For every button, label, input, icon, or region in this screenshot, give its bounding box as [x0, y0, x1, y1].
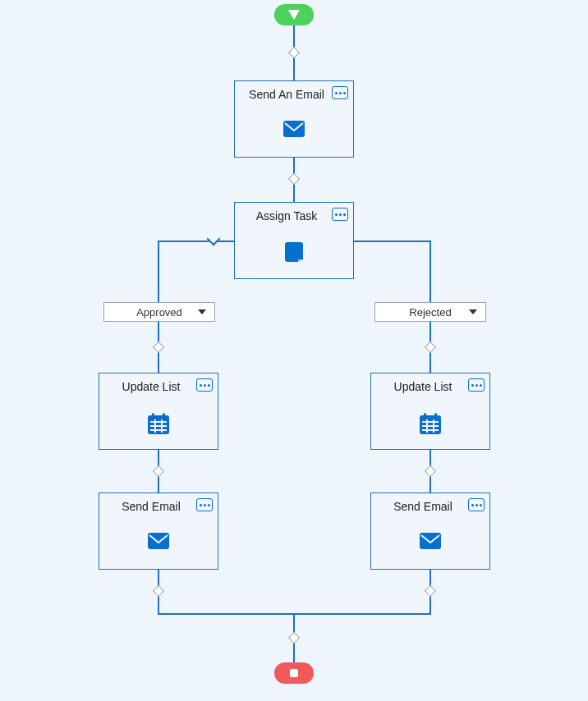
calendar-icon — [148, 413, 169, 434]
svg-rect-20 — [290, 669, 298, 677]
activity-send-email-left[interactable]: Send Email — [99, 493, 218, 570]
connector — [158, 241, 235, 242]
svg-rect-18 — [148, 533, 169, 549]
add-node-marker[interactable] — [425, 585, 436, 597]
svg-rect-12 — [434, 413, 437, 418]
add-node-marker[interactable] — [288, 173, 300, 185]
more-menu-button[interactable] — [196, 378, 213, 392]
caret-down-icon — [469, 309, 477, 314]
more-menu-button[interactable] — [468, 498, 485, 511]
branch-rejected[interactable]: Rejected — [374, 302, 486, 322]
more-menu-button[interactable] — [468, 378, 485, 392]
calendar-icon — [420, 413, 441, 434]
note-icon — [285, 242, 303, 262]
activity-assign-task[interactable]: Assign Task — [234, 202, 354, 279]
branch-approved[interactable]: Approved — [103, 302, 215, 322]
connector — [158, 241, 159, 302]
svg-rect-17 — [433, 419, 434, 433]
svg-rect-14 — [422, 425, 439, 427]
more-menu-button[interactable] — [332, 208, 348, 221]
svg-rect-3 — [152, 413, 154, 418]
envelope-icon — [420, 533, 441, 549]
branch-label: Rejected — [409, 306, 451, 318]
svg-rect-13 — [422, 421, 439, 423]
add-node-marker[interactable] — [153, 465, 164, 477]
svg-rect-8 — [154, 419, 156, 433]
svg-rect-9 — [161, 419, 163, 433]
caret-down-icon — [198, 309, 206, 314]
start-node[interactable] — [274, 4, 314, 25]
add-node-marker[interactable] — [288, 632, 300, 644]
svg-rect-19 — [420, 533, 441, 549]
activity-send-an-email[interactable]: Send An Email — [234, 80, 354, 158]
svg-rect-2 — [148, 415, 169, 434]
add-node-marker[interactable] — [288, 47, 300, 58]
svg-rect-10 — [420, 415, 441, 434]
activity-send-email-right[interactable]: Send Email — [370, 493, 490, 570]
svg-rect-6 — [150, 425, 167, 427]
connector — [354, 241, 431, 242]
connector — [430, 241, 431, 302]
svg-marker-0 — [288, 10, 300, 20]
envelope-icon — [283, 121, 305, 137]
svg-rect-5 — [150, 421, 167, 423]
activity-update-list-left[interactable]: Update List — [99, 373, 218, 450]
svg-rect-4 — [163, 413, 165, 418]
start-triangle-icon — [288, 10, 300, 20]
svg-rect-16 — [426, 419, 428, 433]
add-node-marker[interactable] — [425, 341, 436, 353]
svg-rect-7 — [150, 429, 167, 431]
end-node[interactable] — [274, 662, 314, 684]
add-node-marker[interactable] — [153, 341, 164, 353]
workflow-canvas[interactable]: Send An Email Assign Task Approved Rejec… — [0, 0, 588, 701]
add-node-marker[interactable] — [153, 585, 164, 597]
add-node-marker[interactable] — [425, 465, 436, 477]
svg-rect-1 — [283, 121, 305, 137]
end-square-icon — [290, 669, 298, 677]
more-menu-button[interactable] — [196, 498, 213, 511]
branch-label: Approved — [136, 306, 182, 318]
svg-rect-15 — [422, 429, 439, 431]
svg-rect-11 — [424, 413, 426, 418]
envelope-icon — [148, 533, 169, 549]
branch-add-chevron[interactable] — [207, 232, 221, 246]
more-menu-button[interactable] — [332, 86, 348, 99]
activity-update-list-right[interactable]: Update List — [370, 373, 490, 450]
